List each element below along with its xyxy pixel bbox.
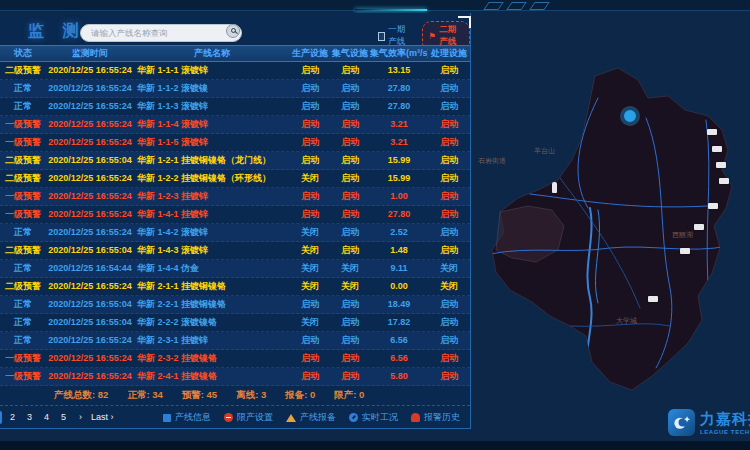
- legend-limit-settings[interactable]: 限产设置: [224, 411, 273, 424]
- treatment-cell: 启动: [428, 116, 470, 133]
- table-row[interactable]: 正常2020/12/25 16:55:24华新 1-1-3 滚镀锌启动启动27.…: [0, 98, 470, 116]
- treatment-cell: 启动: [428, 332, 470, 349]
- road-sign-marker: [719, 178, 729, 184]
- time-cell: 2020/12/25 16:55:24: [46, 80, 134, 97]
- line-name-cell: 华新 2-2-1 挂镀铜镍铬: [134, 296, 290, 313]
- monitoring-table-panel: 监 测 一期产线 ⚑ 二期产线 状态监测时间产线名称生产设施集气设施集气效率(m: [0, 13, 471, 429]
- legend-label: 实时工况: [362, 411, 398, 424]
- gas-collection-cell: 启动: [330, 368, 370, 385]
- time-cell: 2020/12/25 16:54:44: [46, 260, 134, 277]
- production-facility-cell: 关闭: [290, 224, 330, 241]
- efficiency-cell: 3.21: [370, 134, 428, 151]
- time-cell: 2020/12/25 16:55:24: [46, 224, 134, 241]
- column-header: 集气设施: [330, 46, 370, 61]
- map-cluster-marker[interactable]: [622, 108, 638, 124]
- line-name-cell: 华新 1-2-1 挂镀铜镍铬（龙门线）: [134, 152, 290, 169]
- table-row[interactable]: 二级预警2020/12/25 16:55:04华新 1-2-1 挂镀铜镍铬（龙门…: [0, 152, 470, 170]
- map-panel[interactable]: 羊台山石岩街道西丽湖大学城: [470, 13, 750, 440]
- table-row[interactable]: 正常2020/12/25 16:55:24华新 2-3-1 挂镀锌启动启动6.5…: [0, 332, 470, 350]
- time-cell: 2020/12/25 16:55:04: [46, 314, 134, 331]
- time-cell: 2020/12/25 16:55:24: [46, 188, 134, 205]
- summary-item: 预警: 45: [182, 389, 217, 402]
- orange-triangle-icon: [286, 414, 296, 422]
- search-input[interactable]: [80, 24, 242, 42]
- status-cell: 一级预警: [0, 116, 46, 133]
- time-cell: 2020/12/25 16:55:24: [46, 170, 134, 187]
- status-cell: 二级预警: [0, 242, 46, 259]
- search-button[interactable]: [226, 24, 240, 38]
- summary-stats-bar: 产线总数: 82正常: 34预警: 45离线: 3报备: 0限产: 0: [0, 386, 470, 405]
- production-facility-cell: 启动: [290, 62, 330, 79]
- page-button[interactable]: 5: [57, 411, 70, 424]
- efficiency-cell: 2.52: [370, 224, 428, 241]
- efficiency-cell: 1.48: [370, 242, 428, 259]
- efficiency-cell: 5.80: [370, 368, 428, 385]
- table-row[interactable]: 一级预警2020/12/25 16:55:24华新 2-3-2 挂镀镍铬启动启动…: [0, 350, 470, 368]
- table-row[interactable]: 一级预警2020/12/25 16:55:24华新 1-2-3 挂镀锌启动启动1…: [0, 188, 470, 206]
- table-row[interactable]: 正常2020/12/25 16:55:04华新 2-2-2 滚镀镍铬关闭启动17…: [0, 314, 470, 332]
- table-row[interactable]: 正常2020/12/25 16:54:44华新 1-4-4 仿金关闭关闭9.11…: [0, 260, 470, 278]
- table-row[interactable]: 二级预警2020/12/25 16:55:24华新 1-2-2 挂镀铜镍铬（环形…: [0, 170, 470, 188]
- status-cell: 一级预警: [0, 368, 46, 385]
- gas-collection-cell: 启动: [330, 134, 370, 151]
- map-label: 羊台山: [534, 146, 555, 156]
- monitoring-screen: 监 测 一期产线 ⚑ 二期产线 状态监测时间产线名称生产设施集气设施集气效率(m: [0, 0, 750, 450]
- page-button[interactable]: 4: [40, 411, 53, 424]
- line-name-cell: 华新 1-2-2 挂镀铜镍铬（环形线）: [134, 170, 290, 187]
- production-facility-cell: 关闭: [290, 314, 330, 331]
- search-box: [80, 22, 242, 40]
- line-name-cell: 华新 1-1-4 滚镀锌: [134, 116, 290, 133]
- table-row[interactable]: 一级预警2020/12/25 16:55:24华新 1-4-1 挂镀锌启动启动2…: [0, 206, 470, 224]
- brand-subtitle: LEAGUE TECH: [700, 429, 750, 435]
- legend-line-report[interactable]: 产线报备: [286, 411, 336, 424]
- line-name-cell: 华新 1-1-3 滚镀锌: [134, 98, 290, 115]
- gauge-icon: [349, 413, 358, 422]
- page-button[interactable]: 3: [23, 411, 36, 424]
- table-row[interactable]: 正常2020/12/25 16:55:24华新 1-1-2 滚镀镍启动启动27.…: [0, 80, 470, 98]
- production-facility-cell: 启动: [290, 134, 330, 151]
- treatment-cell: 启动: [428, 224, 470, 241]
- district-map: 羊台山石岩街道西丽湖大学城: [470, 58, 750, 402]
- treatment-cell: 启动: [428, 62, 470, 79]
- treatment-cell: 启动: [428, 242, 470, 259]
- efficiency-cell: 0.00: [370, 278, 428, 295]
- bottom-bar: 12345›Last › 产线信息限产设置产线报备实时工况报警历史: [0, 405, 470, 429]
- legend-alarm-history[interactable]: 报警历史: [411, 411, 460, 424]
- table-row[interactable]: 正常2020/12/25 16:55:24华新 1-4-2 滚镀锌关闭启动2.5…: [0, 224, 470, 242]
- column-header: 集气效率(m³/s): [370, 46, 428, 61]
- summary-item: 离线: 3: [236, 389, 266, 402]
- table-row[interactable]: 一级预警2020/12/25 16:55:24华新 1-1-4 滚镀锌启动启动3…: [0, 116, 470, 134]
- table-row[interactable]: 二级预警2020/12/25 16:55:04华新 1-4-3 滚镀锌关闭启动1…: [0, 242, 470, 260]
- efficiency-cell: 18.49: [370, 296, 428, 313]
- treatment-cell: 启动: [428, 152, 470, 169]
- production-facility-cell: 启动: [290, 368, 330, 385]
- column-header: 产线名称: [134, 46, 290, 61]
- gas-collection-cell: 启动: [330, 242, 370, 259]
- efficiency-cell: 15.99: [370, 152, 428, 169]
- efficiency-cell: 27.80: [370, 206, 428, 223]
- table-row[interactable]: 正常2020/12/25 16:55:04华新 2-2-1 挂镀铜镍铬启动启动1…: [0, 296, 470, 314]
- legend-label: 限产设置: [237, 411, 273, 424]
- time-cell: 2020/12/25 16:55:24: [46, 368, 134, 385]
- page-button[interactable]: 1: [0, 411, 2, 424]
- bottom-strip-decoration: [0, 441, 750, 450]
- time-cell: 2020/12/25 16:55:24: [46, 206, 134, 223]
- pagination: 12345›Last ›: [0, 411, 114, 424]
- legend-realtime-status[interactable]: 实时工况: [349, 411, 398, 424]
- table-row[interactable]: 一级预警2020/12/25 16:55:24华新 1-1-5 滚镀锌启动启动3…: [0, 134, 470, 152]
- next-page-button[interactable]: ›: [74, 411, 87, 424]
- treatment-cell: 启动: [428, 296, 470, 313]
- table-row[interactable]: 一级预警2020/12/25 16:55:24华新 2-4-1 挂镀镍铬启动启动…: [0, 368, 470, 386]
- page-button[interactable]: 2: [6, 411, 19, 424]
- slash-decoration-icons: [486, 2, 547, 10]
- status-cell: 二级预警: [0, 170, 46, 187]
- status-cell: 一级预警: [0, 134, 46, 151]
- table-row[interactable]: 二级预警2020/12/25 16:55:24华新 1-1-1 滚镀锌启动启动1…: [0, 62, 470, 80]
- efficiency-cell: 9.11: [370, 260, 428, 277]
- legend-line-info[interactable]: 产线信息: [163, 411, 211, 424]
- last-page-button[interactable]: Last ›: [91, 411, 114, 424]
- table-row[interactable]: 二级预警2020/12/25 16:55:24华新 2-1-1 挂镀铜镍铬关闭关…: [0, 278, 470, 296]
- map-label: 大学城: [616, 316, 637, 326]
- treatment-cell: 启动: [428, 350, 470, 367]
- production-facility-cell: 启动: [290, 332, 330, 349]
